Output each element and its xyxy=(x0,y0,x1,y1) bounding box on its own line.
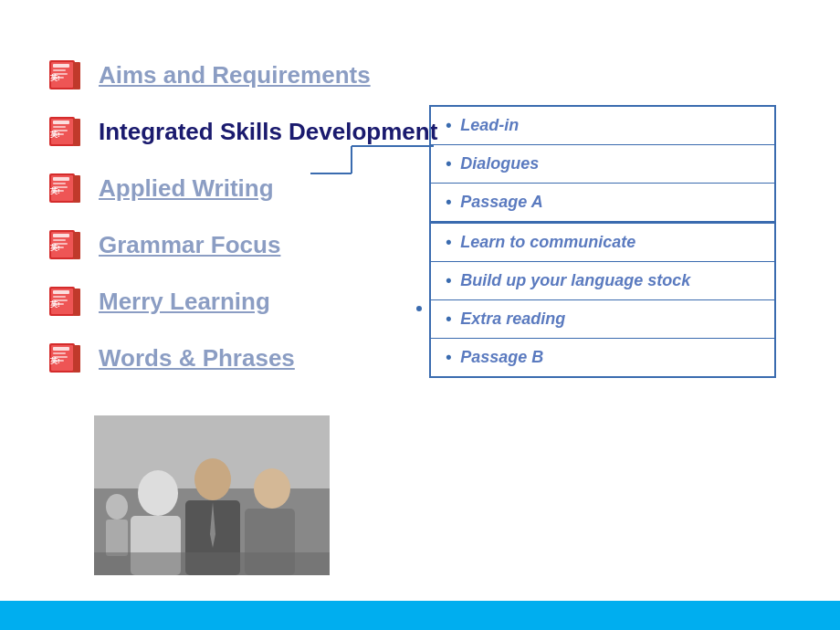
svg-rect-62 xyxy=(106,520,128,556)
aims-label[interactable]: Aims and Requirements xyxy=(99,61,371,89)
book-icon-applied: 英! xyxy=(46,168,86,208)
bullet-communicate: • xyxy=(446,233,451,252)
svg-rect-46 xyxy=(73,345,80,373)
svg-rect-42 xyxy=(53,347,69,351)
merry-label[interactable]: Merry Learning xyxy=(99,288,270,316)
bullet-language-stock: • xyxy=(446,271,451,290)
svg-text:英!: 英! xyxy=(49,244,60,252)
svg-text:英!: 英! xyxy=(49,300,60,309)
right-panel: • Lead-in • Dialogues • Passage A • Lear… xyxy=(429,105,776,378)
panel-label-language-stock: Build up your language stock xyxy=(460,271,690,290)
panel-label-passage-a: Passage A xyxy=(460,193,542,212)
panel-label-communicate: Learn to communicate xyxy=(460,233,635,252)
panel-label-dialogues: Dialogues xyxy=(460,154,539,173)
panel-item-extra-reading[interactable]: • Extra reading xyxy=(431,300,774,339)
svg-rect-2 xyxy=(53,64,69,68)
panel-item-passage-a[interactable]: • Passage A xyxy=(431,184,774,222)
words-label[interactable]: Words & Phrases xyxy=(99,344,295,373)
panel-item-language-stock[interactable]: • Build up your language stock xyxy=(431,262,774,300)
panel-item-dialogues[interactable]: • Dialogues xyxy=(431,145,774,184)
photo-image xyxy=(94,415,330,575)
bullet-extra-reading: • xyxy=(446,310,451,329)
bullet-dialogues: • xyxy=(446,154,451,173)
book-icon-merry: 英! xyxy=(46,281,86,321)
svg-text:英!: 英! xyxy=(49,187,60,195)
bullet-lead-in: • xyxy=(446,116,451,135)
svg-rect-6 xyxy=(73,62,80,89)
svg-rect-26 xyxy=(53,234,69,237)
svg-rect-11 xyxy=(53,126,66,128)
panel-item-passage-b[interactable]: • Passage B xyxy=(431,339,774,376)
svg-rect-38 xyxy=(73,289,80,316)
applied-label[interactable]: Applied Writing xyxy=(99,174,274,203)
svg-rect-19 xyxy=(53,183,66,184)
svg-rect-22 xyxy=(73,175,80,203)
nav-item-aims[interactable]: 英! Aims and Requirements xyxy=(46,55,813,95)
book-icon-integrated: 英! xyxy=(46,111,86,152)
svg-point-54 xyxy=(138,470,178,516)
book-icon-words: 英! xyxy=(46,338,86,378)
svg-rect-35 xyxy=(53,296,66,298)
connector-line xyxy=(310,142,438,205)
panel-label-lead-in: Lead-in xyxy=(460,116,519,135)
svg-rect-63 xyxy=(94,552,330,575)
svg-point-61 xyxy=(106,494,128,520)
svg-rect-34 xyxy=(53,290,69,294)
svg-point-59 xyxy=(254,468,290,509)
panel-label-extra-reading: Extra reading xyxy=(460,310,565,329)
panel-item-lead-in[interactable]: • Lead-in xyxy=(431,107,774,145)
svg-text:英!: 英! xyxy=(49,131,60,139)
connector-dot xyxy=(416,306,422,311)
book-icon-aims: 英! xyxy=(46,55,86,95)
book-icon-grammar: 英! xyxy=(46,225,86,265)
bullet-passage-b: • xyxy=(446,348,451,367)
svg-rect-30 xyxy=(73,232,80,259)
bottom-bar xyxy=(0,601,840,630)
svg-rect-18 xyxy=(53,177,69,181)
panel-label-passage-b: Passage B xyxy=(460,348,543,367)
svg-rect-14 xyxy=(73,119,80,146)
photo-container xyxy=(94,415,330,575)
svg-text:英!: 英! xyxy=(49,357,60,365)
svg-rect-27 xyxy=(53,239,66,241)
svg-rect-3 xyxy=(53,69,66,71)
svg-text:英!: 英! xyxy=(49,74,60,82)
bullet-passage-a: • xyxy=(446,193,451,212)
svg-rect-43 xyxy=(53,352,66,354)
panel-item-communicate[interactable]: • Learn to communicate xyxy=(431,222,774,262)
svg-point-56 xyxy=(194,458,231,500)
svg-rect-10 xyxy=(53,121,69,124)
grammar-label[interactable]: Grammar Focus xyxy=(99,231,280,259)
